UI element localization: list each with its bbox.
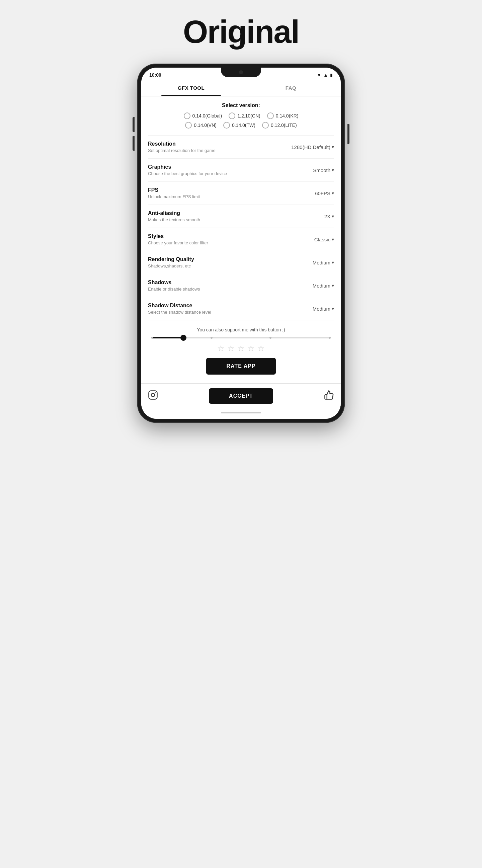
stars-row[interactable]: ☆ ☆ ☆ ☆ ☆ — [148, 344, 334, 353]
tab-faq[interactable]: FAQ — [241, 80, 341, 96]
wifi-icon: ▼ — [317, 72, 321, 78]
slider-dots — [151, 337, 331, 339]
setting-right-shadows[interactable]: Medium ▾ — [291, 283, 334, 288]
phone-notch — [221, 68, 261, 77]
thumbsup-icon[interactable] — [324, 390, 334, 402]
setting-label-rendering: Rendering Quality — [148, 256, 291, 262]
radio-vn[interactable] — [185, 122, 192, 128]
accept-button[interactable]: ACCEPT — [209, 388, 273, 404]
tab-gfx-tool[interactable]: GFX TOOL — [141, 80, 241, 96]
chevron-down-icon-rendering: ▾ — [332, 260, 334, 265]
power-button[interactable] — [348, 124, 349, 144]
version-row-1: 0.14.0(Global) 1.2.10(CN) 0.14.0(KR) — [148, 113, 334, 119]
setting-row-fps: FPS Unlock maximum FPS limit 60FPS ▾ — [148, 181, 334, 205]
star-3[interactable]: ☆ — [237, 344, 245, 353]
setting-label-fps: FPS — [148, 187, 291, 193]
graphics-value: Smooth — [313, 167, 330, 173]
version-option-tw[interactable]: 0.14.0(TW) — [223, 122, 255, 128]
instagram-icon[interactable] — [148, 390, 158, 402]
chevron-down-icon-resolution: ▾ — [332, 144, 334, 150]
svg-point-2 — [155, 392, 156, 393]
setting-row-rendering: Rendering Quality Shadows,shaders, etc M… — [148, 251, 334, 274]
resolution-value: 1280(HD,Default) — [291, 144, 330, 150]
radio-cn[interactable] — [229, 113, 235, 119]
setting-desc-styles: Choose your favorite color filter — [148, 240, 291, 245]
page-wrapper: Original 10:00 ▼ ▲ ▮ GFX TOOL — [107, 13, 375, 423]
slider-thumb[interactable] — [181, 335, 187, 341]
setting-right-graphics[interactable]: Smooth ▾ — [291, 167, 334, 173]
setting-row-resolution: Resolution Set optimal resolution for th… — [148, 135, 334, 158]
volume-down-button[interactable] — [133, 136, 134, 151]
setting-left-fps: FPS Unlock maximum FPS limit — [148, 187, 291, 199]
setting-label-antialiasing: Anti-aliasing — [148, 210, 291, 216]
setting-desc-shadow-distance: Select the shadow distance level — [148, 310, 291, 315]
styles-value: Classic — [314, 237, 330, 242]
camera-icon — [239, 70, 243, 74]
version-option-kr[interactable]: 0.14.0(KR) — [267, 113, 298, 119]
antialiasing-value: 2X — [324, 214, 330, 219]
version-row-2: 0.14.0(VN) 0.14.0(TW) 0.12.0(LITE) — [148, 122, 334, 128]
setting-label-shadows: Shadows — [148, 280, 291, 285]
setting-right-shadow-distance[interactable]: Medium ▾ — [291, 306, 334, 312]
shadow-distance-value: Medium — [313, 306, 330, 312]
rendering-value: Medium — [313, 260, 330, 266]
slider-dot-2 — [211, 337, 213, 339]
setting-right-rendering[interactable]: Medium ▾ — [291, 260, 334, 266]
setting-label-shadow-distance: Shadow Distance — [148, 303, 291, 309]
app-tabs: GFX TOOL FAQ — [141, 80, 341, 96]
status-bar: 10:00 ▼ ▲ ▮ — [141, 68, 341, 80]
slider-track[interactable] — [151, 337, 331, 338]
volume-up-button[interactable] — [133, 117, 134, 132]
setting-desc-resolution: Set optimal resolution for the game — [148, 148, 291, 153]
version-option-vn[interactable]: 0.14.0(VN) — [185, 122, 217, 128]
radio-global[interactable] — [184, 113, 190, 119]
star-1[interactable]: ☆ — [217, 344, 225, 353]
chevron-down-icon-fps: ▾ — [332, 190, 334, 196]
radio-kr[interactable] — [267, 113, 274, 119]
slider-dot-3 — [269, 337, 271, 339]
setting-desc-rendering: Shadows,shaders, etc — [148, 264, 291, 269]
phone-screen: 10:00 ▼ ▲ ▮ GFX TOOL FAQ — [141, 68, 341, 419]
chevron-down-icon-shadow-distance: ▾ — [332, 306, 334, 311]
version-option-cn[interactable]: 1.2.10(CN) — [229, 113, 260, 119]
version-option-lite[interactable]: 0.12.0(LITE) — [262, 122, 297, 128]
setting-label-graphics: Graphics — [148, 164, 291, 170]
setting-desc-antialiasing: Makes the textures smooth — [148, 217, 291, 222]
version-option-global[interactable]: 0.14.0(Global) — [184, 113, 222, 119]
setting-right-styles[interactable]: Classic ▾ — [291, 237, 334, 242]
svg-rect-0 — [149, 391, 157, 399]
radio-tw[interactable] — [223, 122, 230, 128]
setting-label-resolution: Resolution — [148, 141, 291, 147]
setting-left-resolution: Resolution Set optimal resolution for th… — [148, 141, 291, 153]
phone-device: 10:00 ▼ ▲ ▮ GFX TOOL FAQ — [137, 64, 345, 423]
star-4[interactable]: ☆ — [247, 344, 255, 353]
setting-left-rendering: Rendering Quality Shadows,shaders, etc — [148, 256, 291, 269]
rate-app-button[interactable]: RATE APP — [206, 358, 276, 375]
signal-icon: ▲ — [323, 72, 328, 78]
setting-desc-shadows: Enable or disable shadows — [148, 286, 291, 291]
setting-row-shadow-distance: Shadow Distance Select the shadow distan… — [148, 297, 334, 320]
setting-left-styles: Styles Choose your favorite color filter — [148, 233, 291, 245]
slider-dot-4 — [329, 337, 331, 339]
slider-dot-1 — [151, 337, 153, 339]
slider-container[interactable] — [148, 337, 334, 338]
setting-right-resolution[interactable]: 1280(HD,Default) ▾ — [291, 144, 334, 150]
svg-point-1 — [151, 393, 155, 397]
setting-right-antialiasing[interactable]: 2X ▾ — [291, 214, 334, 219]
setting-left-graphics: Graphics Choose the best graphics for yo… — [148, 164, 291, 176]
star-5[interactable]: ☆ — [257, 344, 265, 353]
support-text: You can also support me with this button… — [148, 327, 334, 332]
setting-row-styles: Styles Choose your favorite color filter… — [148, 228, 334, 251]
select-version-section: Select version: 0.14.0(Global) 1.2.10(CN… — [148, 96, 334, 135]
radio-lite[interactable] — [262, 122, 269, 128]
star-2[interactable]: ☆ — [227, 344, 235, 353]
setting-left-antialiasing: Anti-aliasing Makes the textures smooth — [148, 210, 291, 222]
setting-left-shadows: Shadows Enable or disable shadows — [148, 280, 291, 291]
battery-icon: ▮ — [330, 72, 333, 78]
bottom-bar: ACCEPT — [141, 383, 341, 408]
chevron-down-icon-shadows: ▾ — [332, 283, 334, 288]
setting-right-fps[interactable]: 60FPS ▾ — [291, 190, 334, 196]
chevron-down-icon-antialiasing: ▾ — [332, 214, 334, 219]
status-time: 10:00 — [149, 72, 161, 78]
app-content: Select version: 0.14.0(Global) 1.2.10(CN… — [141, 96, 341, 383]
